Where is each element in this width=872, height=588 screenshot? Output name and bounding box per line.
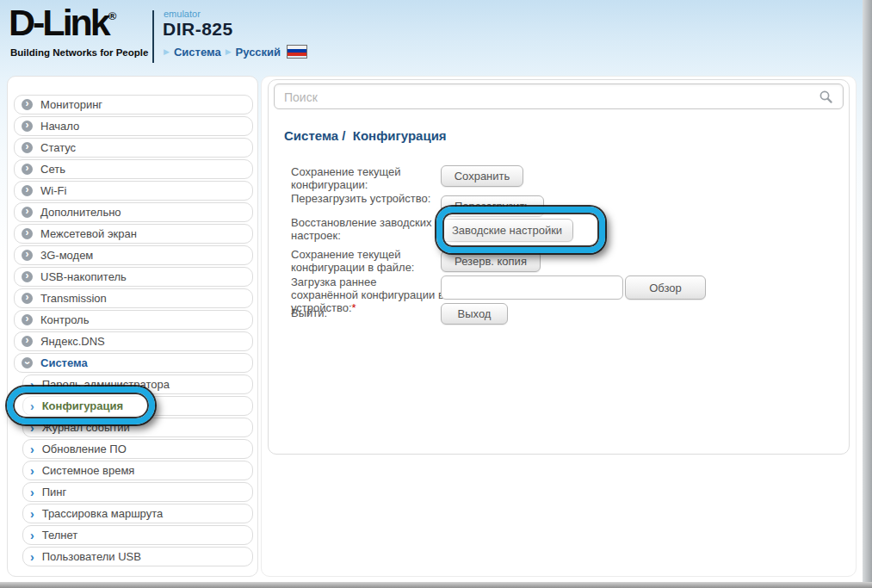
sidebar-item-traceroute[interactable]: ›Трассировка маршрута	[22, 504, 253, 523]
sidebar-item-home[interactable]: ›Начало	[14, 116, 253, 136]
chevron-right-icon: ›	[30, 508, 34, 520]
sidebar-item-monitoring[interactable]: ›Мониторинг	[14, 95, 253, 115]
window-bottom-bar	[0, 582, 872, 588]
chevron-circle-icon: ›	[22, 121, 33, 132]
chevron-circle-icon: ›	[22, 207, 33, 218]
chevron-circle-icon: ›	[22, 99, 33, 110]
chevron-right-icon: ›	[30, 400, 34, 412]
search-box	[274, 84, 844, 109]
sidebar-item-status[interactable]: ›Статус	[14, 138, 253, 158]
sidebar-item-usb-storage[interactable]: ›USB-накопитель	[14, 267, 253, 287]
logo-tagline: Building Networks for People	[10, 47, 148, 58]
breadcrumb-language-link[interactable]: Русский	[236, 46, 281, 59]
page-title: Система / Конфигурация	[284, 128, 447, 143]
chevron-circle-icon: ›	[22, 164, 33, 175]
device-model: DIR-825	[163, 19, 233, 40]
breadcrumb-arrow-icon: ▶	[226, 47, 232, 56]
sidebar-item-firmware-update[interactable]: ›Обновление ПО	[22, 439, 253, 459]
chevron-right-icon: ›	[30, 443, 34, 455]
sidebar-menu: ›Мониторинг ›Начало ›Статус ›Сеть ›Wi-Fi…	[7, 76, 258, 577]
chevron-circle-icon: ›	[22, 293, 33, 304]
breadcrumb-system-link[interactable]: Система	[174, 46, 221, 59]
chevron-circle-icon: ›	[22, 185, 33, 196]
chevron-down-circle-icon: ›	[22, 357, 33, 368]
config-file-input[interactable]	[441, 275, 623, 300]
field-label: Восстановление заводских настроек:	[291, 216, 446, 242]
chevron-right-icon: ›	[30, 529, 34, 542]
sidebar-item-configuration[interactable]: ›Конфигурация	[22, 396, 253, 416]
chevron-right-icon: ›	[30, 379, 34, 391]
search-input[interactable]	[276, 86, 819, 108]
sidebar-item-system-time[interactable]: ›Системное время	[22, 461, 253, 480]
field-label: Сохранение текущей конфигурации в файле:	[291, 248, 446, 274]
backup-button[interactable]: Резерв. копия	[441, 251, 541, 272]
sidebar-item-telnet[interactable]: ›Телнет	[22, 525, 253, 545]
window-edge-strip	[863, 0, 872, 588]
field-label: Перезагрузить устройство:	[291, 192, 446, 205]
chevron-circle-icon: ›	[22, 271, 33, 282]
sidebar-item-admin-password[interactable]: ›Пароль администратора	[22, 374, 253, 394]
breadcrumb: ▶ Система ▶ Русский	[164, 45, 307, 59]
field-label: Выйти:	[291, 303, 446, 319]
sidebar-item-control[interactable]: ›Контроль	[14, 310, 253, 330]
sidebar-item-transmission[interactable]: ›Transmission	[14, 288, 253, 308]
sidebar-item-wifi[interactable]: ›Wi-Fi	[14, 181, 253, 201]
sidebar-item-firewall[interactable]: ›Межсетевой экран	[14, 224, 253, 244]
chevron-right-icon: ›	[30, 486, 34, 498]
field-label: Сохранение текущей конфигурации:	[291, 165, 446, 191]
chevron-right-icon: ›	[30, 551, 34, 563]
chevron-circle-icon: ›	[22, 250, 33, 261]
chevron-circle-icon: ›	[22, 336, 33, 347]
reboot-button[interactable]: Перезагрузить	[441, 195, 544, 217]
search-icon	[819, 90, 833, 104]
emulator-label: emulator	[164, 9, 201, 19]
router-admin-page: D-Link® Building Networks for People emu…	[0, 0, 872, 588]
sidebar-item-ping[interactable]: ›Пинг	[22, 482, 253, 502]
sidebar-item-advanced[interactable]: ›Дополнительно	[14, 202, 253, 222]
browse-button[interactable]: Обзор	[625, 275, 706, 300]
chevron-circle-icon: ›	[22, 142, 33, 153]
chevron-right-icon: ›	[30, 422, 34, 434]
logout-button[interactable]: Выход	[441, 303, 508, 325]
registered-mark: ®	[108, 9, 117, 22]
chevron-circle-icon: ›	[22, 314, 33, 325]
dlink-logo: D-Link®	[9, 3, 116, 41]
factory-reset-button[interactable]: Заводские настройки	[441, 219, 573, 242]
breadcrumb-arrow-icon: ▶	[164, 47, 170, 56]
logo-text: D-Link	[9, 2, 108, 43]
header-divider	[152, 10, 154, 63]
sidebar-item-3g-modem[interactable]: ›3G-модем	[14, 245, 253, 265]
chevron-circle-icon: ›	[22, 228, 33, 239]
sidebar-item-event-log[interactable]: ›Журнал событий	[22, 418, 253, 437]
sidebar-item-network[interactable]: ›Сеть	[14, 159, 253, 179]
chevron-right-icon: ›	[30, 465, 34, 477]
save-button[interactable]: Сохранить	[441, 165, 523, 187]
russian-flag-icon[interactable]	[287, 45, 307, 59]
sidebar-item-system[interactable]: ›Система	[14, 353, 253, 373]
sidebar-item-yandex-dns[interactable]: ›Яндекс.DNS	[14, 331, 253, 351]
sidebar-item-usb-users[interactable]: ›Пользователи USB	[22, 547, 253, 566]
